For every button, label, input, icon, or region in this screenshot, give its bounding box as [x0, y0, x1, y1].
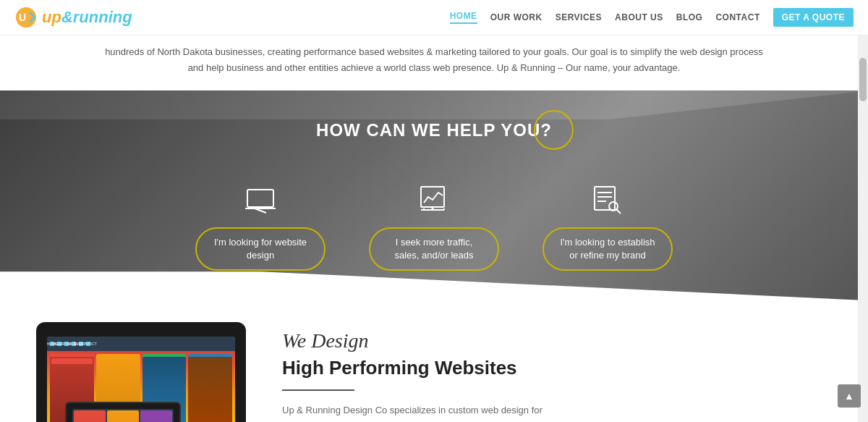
hero-option-website-design-label[interactable]: I'm looking for website design: [195, 227, 326, 271]
hero-option-brand-label[interactable]: I'm looking to establish or refine my br…: [542, 227, 673, 271]
chart-icon: [418, 184, 450, 216]
scroll-to-top-button[interactable]: ▲: [838, 384, 861, 408]
tablet-mockup: [65, 402, 181, 422]
nav-home[interactable]: HOME: [450, 11, 477, 24]
nav-get-a-quote[interactable]: GET A QUOTE: [773, 8, 854, 27]
tablet-screen: [72, 409, 174, 422]
bottom-divider: [282, 389, 354, 391]
we-design-script: We Design: [282, 329, 832, 353]
tablet-item-2: [107, 410, 139, 422]
nav-blog[interactable]: BLOG: [676, 12, 703, 22]
tablet-item-3: [140, 410, 172, 422]
hero-options: I'm looking for website design I seek mo…: [195, 184, 673, 271]
svg-text:U: U: [19, 12, 26, 23]
bottom-section: HOME BEER FOOD MUSIC EVENTS CONTACT: [0, 300, 868, 422]
logo[interactable]: U up&running: [14, 6, 132, 29]
hero-title-circle-decoration: [534, 110, 574, 150]
hero-option-website-design[interactable]: I'm looking for website design: [195, 184, 326, 271]
nav-our-work[interactable]: OUR WORK: [490, 12, 542, 22]
hero-option-brand[interactable]: I'm looking to establish or refine my br…: [542, 184, 673, 271]
logo-text: up&running: [42, 8, 132, 27]
svg-rect-2: [247, 190, 273, 207]
bottom-title: High Performing Websites: [282, 357, 832, 379]
chevron-up-icon: ▲: [844, 390, 854, 402]
header: U up&running HOME OUR WORK SERVICES ABOU…: [0, 0, 868, 35]
nav-item-1: HOME: [50, 342, 54, 346]
hero-option-traffic-label[interactable]: I seek more traffic, sales, and/or leads: [369, 227, 499, 271]
nav-contact[interactable]: CONTACT: [715, 12, 760, 22]
hero-content: HOW CAN WE HELP YOU? I'm looking for web…: [0, 106, 868, 285]
nav-services[interactable]: SERVICES: [556, 12, 602, 22]
brand-search-icon: [592, 184, 624, 216]
can-4: [188, 354, 232, 422]
svg-line-15: [616, 209, 621, 214]
hero-option-traffic[interactable]: I seek more traffic, sales, and/or leads: [369, 184, 499, 271]
nav-about-us[interactable]: ABOUT US: [615, 12, 663, 22]
hero-title: HOW CAN WE HELP YOU?: [316, 120, 552, 140]
svg-rect-5: [421, 187, 444, 207]
logo-icon: U: [14, 6, 38, 29]
svg-rect-10: [595, 187, 615, 210]
scrollbar-thumb[interactable]: [859, 58, 867, 101]
laptop-icon: [244, 184, 276, 216]
nav-item-6: CONTACT: [86, 342, 90, 346]
screen-header: HOME BEER FOOD MUSIC EVENTS CONTACT: [47, 337, 235, 351]
device-mockup-container: HOME BEER FOOD MUSIC EVENTS CONTACT: [36, 322, 253, 422]
bottom-description: Up & Running Design Co specializes in cu…: [282, 402, 832, 418]
tablet-item-1: [74, 410, 106, 422]
bottom-text: We Design High Performing Websites Up & …: [282, 322, 832, 418]
hero-section: HOW CAN WE HELP YOU? I'm looking for web…: [0, 90, 868, 300]
intro-text: hundreds of North Dakota businesses, cre…: [0, 35, 868, 90]
main-nav: HOME OUR WORK SERVICES ABOUT US BLOG CON…: [450, 8, 854, 27]
